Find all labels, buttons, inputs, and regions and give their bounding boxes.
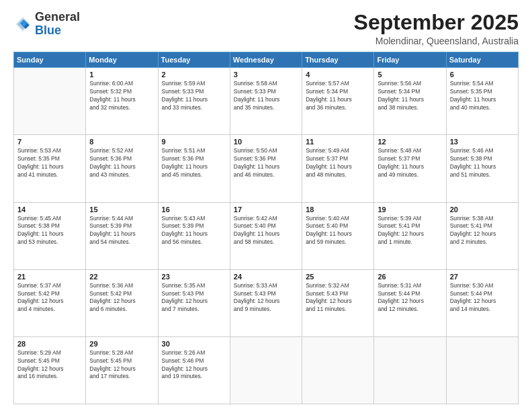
day-info: Sunrise: 5:57 AMSunset: 5:34 PMDaylight:… — [306, 80, 370, 112]
day-number: 11 — [306, 138, 370, 146]
calendar-week-row: 28Sunrise: 5:29 AMSunset: 5:45 PMDayligh… — [14, 336, 519, 404]
day-number: 29 — [89, 340, 154, 348]
calendar-cell: 2Sunrise: 5:59 AMSunset: 5:33 PMDaylight… — [158, 68, 230, 135]
day-number: 9 — [162, 138, 226, 146]
day-info: Sunrise: 5:54 AMSunset: 5:35 PMDaylight:… — [450, 80, 515, 112]
calendar-cell — [374, 336, 446, 404]
day-info: Sunrise: 5:38 AMSunset: 5:41 PMDaylight:… — [450, 215, 515, 247]
day-header-monday: Monday — [86, 52, 158, 68]
day-number: 12 — [378, 138, 442, 146]
calendar-table: SundayMondayTuesdayWednesdayThursdayFrid… — [13, 52, 519, 404]
day-number: 15 — [89, 205, 154, 214]
day-info: Sunrise: 5:48 AMSunset: 5:37 PMDaylight:… — [378, 147, 442, 179]
day-header-friday: Friday — [374, 52, 446, 68]
calendar-header-row: SundayMondayTuesdayWednesdayThursdayFrid… — [14, 52, 519, 68]
day-info: Sunrise: 5:45 AMSunset: 5:38 PMDaylight:… — [17, 215, 82, 247]
calendar-cell: 19Sunrise: 5:39 AMSunset: 5:41 PMDayligh… — [374, 202, 446, 269]
day-info: Sunrise: 5:42 AMSunset: 5:40 PMDaylight:… — [234, 215, 298, 247]
day-info: Sunrise: 6:00 AMSunset: 5:32 PMDaylight:… — [89, 80, 154, 112]
calendar-cell: 21Sunrise: 5:37 AMSunset: 5:42 PMDayligh… — [14, 269, 86, 336]
calendar-cell: 14Sunrise: 5:45 AMSunset: 5:38 PMDayligh… — [14, 202, 86, 269]
calendar-cell: 25Sunrise: 5:32 AMSunset: 5:43 PMDayligh… — [302, 269, 374, 336]
calendar-cell: 10Sunrise: 5:50 AMSunset: 5:36 PMDayligh… — [230, 135, 302, 202]
day-info: Sunrise: 5:35 AMSunset: 5:43 PMDaylight:… — [162, 282, 226, 314]
day-info: Sunrise: 5:43 AMSunset: 5:39 PMDaylight:… — [162, 215, 226, 247]
calendar-cell: 24Sunrise: 5:33 AMSunset: 5:43 PMDayligh… — [230, 269, 302, 336]
calendar-cell: 7Sunrise: 5:53 AMSunset: 5:35 PMDaylight… — [14, 135, 86, 202]
day-info: Sunrise: 5:51 AMSunset: 5:36 PMDaylight:… — [162, 147, 226, 179]
day-number: 20 — [450, 205, 515, 214]
calendar-cell: 16Sunrise: 5:43 AMSunset: 5:39 PMDayligh… — [158, 202, 230, 269]
day-number: 7 — [17, 138, 82, 146]
day-number: 16 — [162, 205, 226, 214]
calendar-body: 1Sunrise: 6:00 AMSunset: 5:32 PMDaylight… — [14, 68, 519, 404]
day-info: Sunrise: 5:59 AMSunset: 5:33 PMDaylight:… — [162, 80, 226, 112]
day-number: 27 — [450, 273, 515, 281]
logo-blue-text: Blue — [35, 24, 61, 37]
month-title: September 2025 — [354, 11, 519, 34]
day-header-sunday: Sunday — [14, 52, 86, 68]
day-header-tuesday: Tuesday — [158, 52, 230, 68]
day-info: Sunrise: 5:31 AMSunset: 5:44 PMDaylight:… — [378, 282, 442, 314]
calendar-cell: 30Sunrise: 5:26 AMSunset: 5:46 PMDayligh… — [158, 336, 230, 404]
day-info: Sunrise: 5:26 AMSunset: 5:46 PMDaylight:… — [162, 349, 226, 381]
logo-icon — [13, 15, 32, 34]
day-number: 10 — [234, 138, 298, 146]
day-number: 5 — [378, 71, 442, 79]
calendar-cell: 5Sunrise: 5:56 AMSunset: 5:34 PMDaylight… — [374, 68, 446, 135]
day-number: 14 — [17, 205, 82, 214]
calendar-cell: 12Sunrise: 5:48 AMSunset: 5:37 PMDayligh… — [374, 135, 446, 202]
day-number: 22 — [89, 273, 154, 281]
day-info: Sunrise: 5:33 AMSunset: 5:43 PMDaylight:… — [234, 282, 298, 314]
calendar-cell — [230, 336, 302, 404]
calendar-cell: 17Sunrise: 5:42 AMSunset: 5:40 PMDayligh… — [230, 202, 302, 269]
calendar-cell: 4Sunrise: 5:57 AMSunset: 5:34 PMDaylight… — [302, 68, 374, 135]
calendar-week-row: 1Sunrise: 6:00 AMSunset: 5:32 PMDaylight… — [14, 68, 519, 135]
calendar-cell: 1Sunrise: 6:00 AMSunset: 5:32 PMDaylight… — [86, 68, 158, 135]
calendar-week-row: 7Sunrise: 5:53 AMSunset: 5:35 PMDaylight… — [14, 135, 519, 202]
day-number: 1 — [89, 71, 154, 79]
calendar-cell: 20Sunrise: 5:38 AMSunset: 5:41 PMDayligh… — [446, 202, 518, 269]
day-number: 4 — [306, 71, 370, 79]
calendar-cell — [302, 336, 374, 404]
day-number: 25 — [306, 273, 370, 281]
calendar-cell: 28Sunrise: 5:29 AMSunset: 5:45 PMDayligh… — [14, 336, 86, 404]
day-info: Sunrise: 5:58 AMSunset: 5:33 PMDaylight:… — [234, 80, 298, 112]
day-number: 24 — [234, 273, 298, 281]
day-info: Sunrise: 5:50 AMSunset: 5:36 PMDaylight:… — [234, 147, 298, 179]
day-number: 30 — [162, 340, 226, 348]
day-info: Sunrise: 5:46 AMSunset: 5:38 PMDaylight:… — [450, 147, 515, 179]
day-info: Sunrise: 5:40 AMSunset: 5:40 PMDaylight:… — [306, 215, 370, 247]
day-info: Sunrise: 5:36 AMSunset: 5:42 PMDaylight:… — [89, 282, 154, 314]
day-number: 8 — [89, 138, 154, 146]
day-header-thursday: Thursday — [302, 52, 374, 68]
day-number: 19 — [378, 205, 442, 214]
calendar-cell: 29Sunrise: 5:28 AMSunset: 5:45 PMDayligh… — [86, 336, 158, 404]
day-number: 18 — [306, 205, 370, 214]
logo-general-text: General — [35, 10, 80, 24]
calendar-cell: 9Sunrise: 5:51 AMSunset: 5:36 PMDaylight… — [158, 135, 230, 202]
day-number: 28 — [17, 340, 82, 348]
day-number: 17 — [234, 205, 298, 214]
day-info: Sunrise: 5:30 AMSunset: 5:44 PMDaylight:… — [450, 282, 515, 314]
calendar-cell: 18Sunrise: 5:40 AMSunset: 5:40 PMDayligh… — [302, 202, 374, 269]
calendar-cell — [446, 336, 518, 404]
calendar-cell: 26Sunrise: 5:31 AMSunset: 5:44 PMDayligh… — [374, 269, 446, 336]
day-header-wednesday: Wednesday — [230, 52, 302, 68]
day-number: 26 — [378, 273, 442, 281]
day-info: Sunrise: 5:49 AMSunset: 5:37 PMDaylight:… — [306, 147, 370, 179]
day-info: Sunrise: 5:56 AMSunset: 5:34 PMDaylight:… — [378, 80, 442, 112]
day-number: 21 — [17, 273, 82, 281]
day-header-saturday: Saturday — [446, 52, 518, 68]
calendar-cell: 22Sunrise: 5:36 AMSunset: 5:42 PMDayligh… — [86, 269, 158, 336]
day-number: 3 — [234, 71, 298, 79]
calendar-cell: 8Sunrise: 5:52 AMSunset: 5:36 PMDaylight… — [86, 135, 158, 202]
day-info: Sunrise: 5:53 AMSunset: 5:35 PMDaylight:… — [17, 147, 82, 179]
calendar-cell: 15Sunrise: 5:44 AMSunset: 5:39 PMDayligh… — [86, 202, 158, 269]
day-number: 2 — [162, 71, 226, 79]
title-block: September 2025 Molendinar, Queensland, A… — [354, 11, 519, 46]
day-number: 13 — [450, 138, 515, 146]
calendar-cell: 23Sunrise: 5:35 AMSunset: 5:43 PMDayligh… — [158, 269, 230, 336]
day-info: Sunrise: 5:32 AMSunset: 5:43 PMDaylight:… — [306, 282, 370, 314]
header: General Blue September 2025 Molendinar, … — [13, 11, 519, 46]
